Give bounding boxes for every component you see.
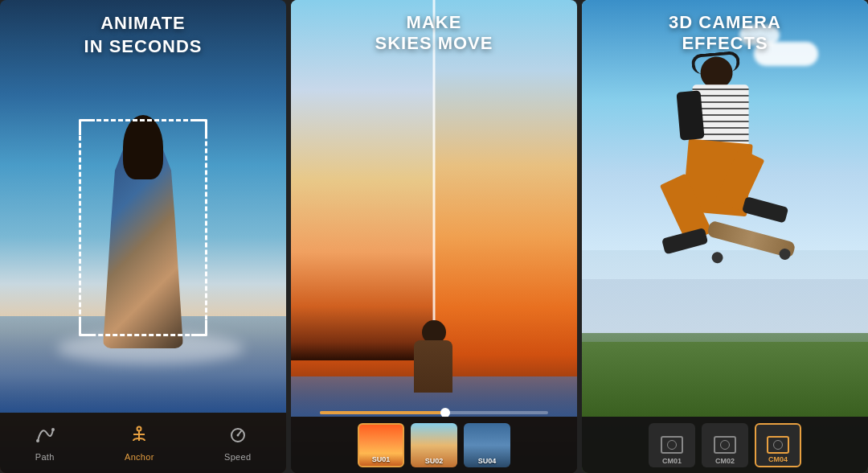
camera-thumbnails: CM01 CM02 CM04: [582, 417, 868, 473]
panel3-title: 3D CAMERAEFFECTS: [582, 12, 868, 55]
panel1-title-text: ANIMATE IN SECONDS: [0, 12, 286, 58]
panel1-title: ANIMATE IN SECONDS: [0, 12, 286, 58]
filter-su01-label: SU01: [359, 455, 403, 463]
panel-animate: ANIMATE IN SECONDS Path: [0, 0, 286, 473]
camera-cm02[interactable]: CM02: [702, 423, 748, 467]
corner-tl: [79, 119, 95, 135]
filter-su02[interactable]: SU02: [411, 423, 457, 467]
panel2-title: MAKESKIES MOVE: [291, 12, 577, 55]
tool-anchor-label: Anchor: [125, 452, 154, 462]
tool-speed[interactable]: Speed: [224, 425, 251, 462]
cm01-icon: [661, 436, 683, 454]
cm02-icon: [714, 436, 736, 454]
tool-speed-label: Speed: [224, 452, 251, 462]
panel-skies: MAKESKIES MOVE SU01 SU02 SU04: [291, 0, 577, 473]
progress-fill: [320, 411, 446, 414]
filter-su04[interactable]: SU04: [464, 423, 510, 467]
panel-camera: 3D CAMERAEFFECTS CM01 CM02: [582, 0, 868, 473]
corner-bl: [79, 320, 95, 336]
corner-br: [191, 320, 207, 336]
svg-point-2: [137, 426, 141, 430]
filter-su02-label: SU02: [411, 457, 457, 465]
svg-point-1: [51, 428, 55, 431]
path-icon: [35, 425, 55, 449]
svg-point-7: [236, 434, 239, 436]
app-container: ANIMATE IN SECONDS Path: [0, 0, 868, 473]
anchor-icon: [129, 425, 149, 449]
camera-cm04-label: CM04: [756, 455, 800, 463]
filter-su04-label: SU04: [464, 457, 510, 465]
progress-bar[interactable]: [320, 411, 549, 414]
filter-su01[interactable]: SU01: [358, 423, 404, 467]
corner-tr: [191, 119, 207, 135]
filter-thumbnails: SU01 SU02 SU04: [291, 417, 577, 473]
svg-point-0: [36, 439, 39, 442]
tool-path-label: Path: [35, 452, 55, 462]
camera-cm02-label: CM02: [702, 457, 748, 465]
cm04-icon: [767, 436, 789, 454]
tool-anchor[interactable]: Anchor: [125, 425, 154, 462]
tool-path[interactable]: Path: [35, 425, 55, 462]
camera-cm01[interactable]: CM01: [649, 423, 695, 467]
camera-cm01-label: CM01: [649, 457, 695, 465]
camera-cm04[interactable]: CM04: [755, 423, 801, 467]
panel1-toolbar: Path Anchor: [0, 413, 286, 473]
speed-icon: [228, 425, 248, 449]
selection-box: [79, 119, 207, 336]
